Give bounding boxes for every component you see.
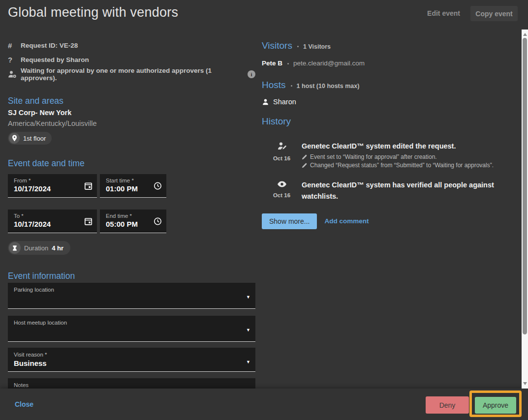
- from-date-label: From *: [14, 178, 82, 183]
- site-areas-heading: Site and areas: [8, 96, 255, 107]
- scroll-down-arrow-icon[interactable]: [523, 382, 527, 385]
- caret-down-icon[interactable]: ▼: [246, 328, 250, 332]
- calendar-icon[interactable]: [84, 181, 93, 190]
- vertical-scrollbar[interactable]: [522, 30, 528, 389]
- clock-icon[interactable]: [154, 181, 162, 190]
- pencil-icon: [302, 154, 307, 160]
- visit-reason-label: Visit reason *: [14, 352, 241, 358]
- history-date: Oct 16: [273, 192, 290, 198]
- from-date-value: 10/17/2024: [14, 184, 82, 193]
- history-text: Genetec ClearID™ system edited the reque…: [302, 141, 495, 152]
- history-date: Oct 16: [273, 155, 290, 161]
- end-time-field[interactable]: End time * 05:00 PM: [100, 210, 166, 233]
- hash-icon: #: [8, 41, 21, 50]
- dot-separator: [291, 85, 292, 87]
- person-waiting-icon: [8, 70, 21, 78]
- history-detail-text: Changed “Request status” from “Submitted…: [310, 162, 494, 169]
- history-entry-body: Genetec ClearID™ system edited the reque…: [302, 141, 514, 169]
- history-entry-meta: Oct 16: [262, 141, 302, 169]
- notes-label: Notes: [14, 382, 241, 388]
- scrollbar-thumb[interactable]: [523, 38, 527, 334]
- location-pin-icon: [9, 133, 20, 144]
- site-name: SJ Corp- New York: [8, 109, 255, 117]
- history-actions: Show more... Add comment: [262, 213, 514, 229]
- hosts-count: 1 host (10 hosts max): [297, 83, 360, 90]
- dot-separator: [297, 46, 299, 47]
- history-detail: Changed “Request status” from “Submitted…: [302, 162, 514, 169]
- parking-location-label: Parking location: [14, 287, 241, 293]
- end-time-label: End time *: [106, 213, 152, 219]
- end-time-value: 05:00 PM: [106, 220, 152, 228]
- floor-chip: 1st floor: [8, 132, 52, 145]
- parking-location-select[interactable]: Parking location ▼: [8, 283, 255, 309]
- show-more-button[interactable]: Show more...: [262, 213, 317, 229]
- visitor-row: Pete B pete.clearid@gmail.com: [262, 59, 514, 67]
- pencil-icon: [302, 163, 307, 168]
- visitor-email: pete.clearid@gmail.com: [293, 60, 365, 67]
- datetime-row-1: From * 10/17/2024 Start time * 01:00 PM: [8, 174, 255, 198]
- scroll-up-arrow-icon[interactable]: [523, 33, 527, 36]
- person-icon: [262, 98, 269, 106]
- to-date-field[interactable]: To * 10/17/2024: [8, 210, 97, 233]
- history-entry-meta: Oct 16: [262, 180, 302, 202]
- clock-icon[interactable]: [154, 217, 162, 225]
- host-meetup-select[interactable]: Host meetup location ▼: [8, 316, 255, 342]
- calendar-icon[interactable]: [84, 217, 93, 225]
- right-column: Visitors 1 Visitors Pete B pete.clearid@…: [262, 40, 514, 229]
- history-entry: Oct 16 Genetec ClearID™ system edited th…: [262, 141, 514, 169]
- duration-chip: Duration 4 hr: [8, 241, 70, 255]
- approve-button[interactable]: Approve: [475, 397, 516, 414]
- history-detail: Event set to “Waiting for approval” afte…: [302, 153, 514, 160]
- edit-event-button[interactable]: Edit event: [427, 9, 460, 17]
- eye-icon: [277, 180, 287, 189]
- question-icon: ?: [8, 56, 21, 64]
- info-icon[interactable]: i: [248, 70, 255, 78]
- history-entry-body: Genetec ClearID™ system has verified all…: [302, 180, 514, 202]
- duration-value: 4 hr: [52, 244, 63, 252]
- add-comment-link[interactable]: Add comment: [324, 217, 369, 225]
- approval-status-text: Waiting for approval by one or more auth…: [21, 67, 244, 82]
- site-area-path: America/Kentucky/Louisville: [8, 120, 255, 128]
- history-entry: Oct 16 Genetec ClearID™ system has verif…: [262, 180, 514, 202]
- header: Global meeting with vendors Edit event C…: [0, 0, 528, 29]
- start-time-field[interactable]: Start time * 01:00 PM: [100, 174, 166, 198]
- duration-label: Duration: [24, 244, 48, 252]
- notes-field[interactable]: Notes: [8, 378, 255, 389]
- start-time-value: 01:00 PM: [106, 184, 152, 193]
- history-text: Genetec ClearID™ system has verified all…: [302, 180, 495, 202]
- start-time-label: Start time *: [106, 178, 152, 183]
- visitor-name: Pete B: [262, 60, 282, 67]
- history-heading: History: [262, 116, 514, 127]
- person-edit-icon: [277, 142, 287, 152]
- history-detail-text: Event set to “Waiting for approval” afte…: [310, 153, 437, 160]
- approval-status-row: Waiting for approval by one or more auth…: [8, 70, 255, 78]
- requested-by-text: Requested by Sharon: [21, 56, 89, 63]
- copy-event-button[interactable]: Copy event: [470, 6, 518, 21]
- caret-down-icon[interactable]: ▼: [246, 295, 250, 300]
- left-column: # Request ID: VE-28 ? Requested by Sharo…: [8, 41, 255, 389]
- host-name: Sharon: [273, 98, 296, 106]
- scroll-content: # Request ID: VE-28 ? Requested by Sharo…: [0, 29, 520, 389]
- dot-separator: [287, 63, 289, 64]
- request-id-text: Request ID: VE-28: [21, 42, 78, 49]
- request-id-row: # Request ID: VE-28: [8, 41, 255, 50]
- datetime-row-2: To * 10/17/2024 End time * 05:00 PM: [8, 210, 255, 233]
- visit-reason-value: Business: [14, 359, 241, 367]
- event-datetime-heading: Event date and time: [8, 158, 255, 169]
- to-date-value: 10/17/2024: [14, 220, 82, 228]
- from-date-field[interactable]: From * 10/17/2024: [8, 174, 97, 198]
- floor-chip-label: 1st floor: [23, 135, 46, 142]
- caret-down-icon[interactable]: ▼: [246, 360, 250, 364]
- visit-reason-select[interactable]: Visit reason * Business ▼: [8, 348, 255, 372]
- visitors-heading-row: Visitors 1 Visitors: [262, 40, 514, 51]
- visitors-count: 1 Visitors: [303, 43, 331, 50]
- hosts-heading: Hosts: [262, 80, 286, 90]
- hosts-heading-row: Hosts 1 host (10 hosts max): [262, 80, 514, 90]
- host-meetup-label: Host meetup location: [14, 320, 241, 326]
- page-title: Global meeting with vendors: [8, 5, 178, 20]
- close-link[interactable]: Close: [15, 400, 33, 408]
- event-info-heading: Event information: [8, 271, 255, 282]
- to-date-label: To *: [14, 213, 82, 219]
- host-row: Sharon: [262, 97, 514, 106]
- deny-button[interactable]: Deny: [426, 396, 469, 414]
